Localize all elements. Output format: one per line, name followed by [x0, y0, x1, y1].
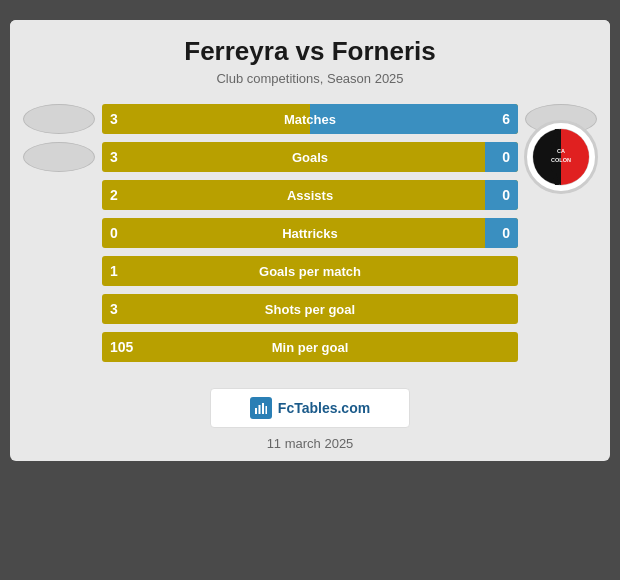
- stat-label: Assists: [102, 188, 518, 203]
- stat-bar: 3Matches6: [102, 104, 518, 134]
- svg-rect-5: [262, 403, 264, 414]
- stat-row: 105Min per goal: [20, 330, 600, 364]
- footer-date: 11 march 2025: [20, 436, 600, 451]
- left-avatar: [20, 102, 98, 136]
- stat-bar: 3Goals0: [102, 142, 518, 172]
- left-avatar: [20, 216, 98, 250]
- stat-label: Matches: [102, 112, 518, 127]
- bottom-area: FcTables.com 11 march 2025: [10, 376, 610, 461]
- stat-row: 2Assists0: [20, 178, 600, 212]
- stat-row: 1Goals per match: [20, 254, 600, 288]
- fctables-text: FcTables.com: [278, 400, 370, 416]
- svg-rect-3: [255, 408, 257, 414]
- stat-bar-wrap: 3Matches6: [102, 102, 518, 136]
- stat-bar-wrap: 3Shots per goal: [102, 292, 518, 326]
- left-avatar: [20, 330, 98, 364]
- stat-row: 3Goals0 CA COLON: [20, 140, 600, 174]
- left-avatar: [20, 254, 98, 288]
- fctables-banner: FcTables.com: [210, 388, 410, 428]
- stat-bar: 2Assists0: [102, 180, 518, 210]
- stat-bar-wrap: 1Goals per match: [102, 254, 518, 288]
- stat-row: 3Matches6: [20, 102, 600, 136]
- page-title: Ferreyra vs Forneris: [30, 36, 590, 67]
- left-avatar: [20, 140, 98, 174]
- svg-rect-4: [258, 405, 260, 414]
- stat-bar-wrap: 3Goals0: [102, 140, 518, 174]
- right-avatar: [522, 292, 600, 326]
- stat-label: Min per goal: [102, 340, 518, 355]
- subtitle: Club competitions, Season 2025: [30, 71, 590, 86]
- main-card: Ferreyra vs Forneris Club competitions, …: [10, 20, 610, 461]
- stat-bar: 0Hattricks0: [102, 218, 518, 248]
- right-avatar: CA COLON: [522, 140, 600, 174]
- right-avatar: [522, 330, 600, 364]
- svg-rect-6: [265, 406, 267, 414]
- page-wrapper: Ferreyra vs Forneris Club competitions, …: [0, 0, 620, 580]
- stat-right-value: 6: [502, 111, 510, 127]
- right-avatar: [522, 216, 600, 250]
- fctables-icon: [250, 397, 272, 419]
- stat-row: 3Shots per goal: [20, 292, 600, 326]
- stat-row: 0Hattricks0: [20, 216, 600, 250]
- stat-label: Goals: [102, 150, 518, 165]
- stats-rows: 3Matches63Goals0 CA COLON 2Assists00Hatt…: [10, 94, 610, 376]
- stat-right-value: 0: [502, 187, 510, 203]
- stat-bar: 105Min per goal: [102, 332, 518, 362]
- stat-bar-wrap: 105Min per goal: [102, 330, 518, 364]
- stat-label: Goals per match: [102, 264, 518, 279]
- stat-bar: 1Goals per match: [102, 256, 518, 286]
- right-avatar: [522, 254, 600, 288]
- right-avatar: [522, 178, 600, 212]
- stat-bar-wrap: 0Hattricks0: [102, 216, 518, 250]
- stat-label: Shots per goal: [102, 302, 518, 317]
- svg-text:COLON: COLON: [551, 157, 571, 163]
- stat-bar: 3Shots per goal: [102, 294, 518, 324]
- stat-bar-wrap: 2Assists0: [102, 178, 518, 212]
- left-avatar: [20, 292, 98, 326]
- header-area: Ferreyra vs Forneris Club competitions, …: [10, 20, 610, 94]
- svg-text:CA: CA: [557, 148, 565, 154]
- stat-right-value: 0: [502, 225, 510, 241]
- left-avatar: [20, 178, 98, 212]
- stat-right-value: 0: [502, 149, 510, 165]
- stat-label: Hattricks: [102, 226, 518, 241]
